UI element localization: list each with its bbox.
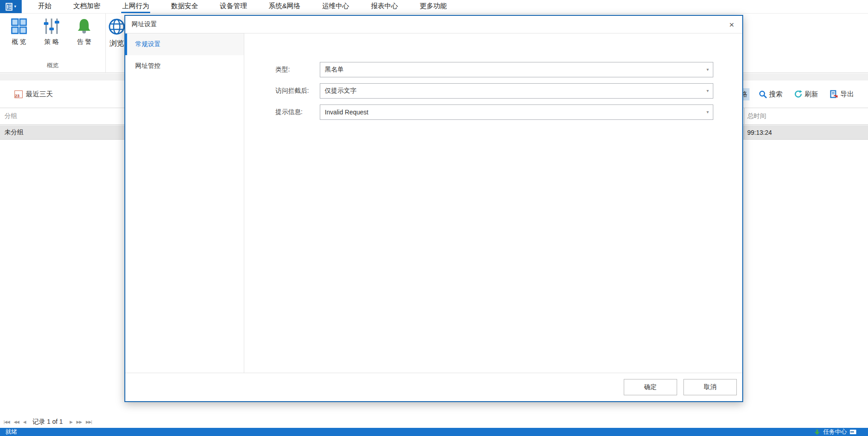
calendar-icon-number: 23 <box>15 94 19 98</box>
cell-group: 未分组 <box>5 125 24 139</box>
list-icon <box>5 3 13 11</box>
search-icon <box>759 90 767 98</box>
export-icon <box>830 90 838 98</box>
menu-item-ops-center[interactable]: 运维中心 <box>321 0 350 13</box>
prompt-message-select-value: Invalid Request <box>325 109 369 116</box>
after-block-select[interactable]: 仅提示文字 ▾ <box>320 83 713 99</box>
pager-prev-icon[interactable]: ◀ <box>23 420 26 424</box>
menu-item-internet-behavior[interactable]: 上网行为 <box>121 0 150 13</box>
after-block-label: 访问拦截后: <box>275 87 320 95</box>
ok-button[interactable]: 确定 <box>624 379 677 395</box>
grid-icon <box>11 18 27 34</box>
caret-down-icon: ▾ <box>14 5 16 9</box>
dialog-title: 网址设置 <box>132 20 157 28</box>
pager-next-page-icon[interactable]: ▶▶ <box>76 420 82 424</box>
dialog-sidebar: 常规设置 网址管控 <box>125 33 244 373</box>
dialog-title-bar: 网址设置 × <box>125 16 742 33</box>
policy-ribbon-button[interactable]: 策 略 <box>35 18 68 46</box>
menu-items: 开始 文档加密 上网行为 数据安全 设备管理 系统&网络 运维中心 报表中心 更… <box>37 0 448 13</box>
ribbon-group-overview: 概 览 策 略 <box>0 14 106 72</box>
policy-ribbon-label: 策 略 <box>44 38 59 46</box>
menu-item-doc-encryption[interactable]: 文档加密 <box>72 0 101 13</box>
url-settings-dialog: 网址设置 × 常规设置 网址管控 类型: 黑名单 ▾ 访问拦截后: 仅提示文字 … <box>124 15 743 402</box>
download-arrow-icon <box>814 429 820 435</box>
refresh-label: 刷新 <box>805 90 818 99</box>
status-text: 就绪 <box>5 428 17 436</box>
prompt-message-select[interactable]: Invalid Request ▾ <box>320 104 713 120</box>
ribbon-group-label: 概览 <box>0 62 105 70</box>
menu-item-data-security[interactable]: 数据安全 <box>170 0 199 13</box>
search-button[interactable]: 搜索 <box>757 88 785 100</box>
overview-button[interactable]: 概 览 <box>3 18 35 46</box>
pager-prev-page-icon[interactable]: ◀◀ <box>14 420 19 424</box>
menu-item-device-management[interactable]: 设备管理 <box>219 0 248 13</box>
alert-button[interactable]: 告 警 <box>68 18 100 46</box>
pager-next-icon[interactable]: ▶ <box>70 420 72 424</box>
type-select-value: 黑名单 <box>325 66 344 74</box>
overview-label: 概 览 <box>12 38 26 46</box>
chevron-down-icon: ▾ <box>707 88 709 93</box>
ribbon-buttons-row: 概 览 策 略 <box>0 14 105 46</box>
export-label: 导出 <box>840 90 854 99</box>
menu-item-system-network[interactable]: 系统&网络 <box>268 0 301 13</box>
form-row-after-block: 访问拦截后: 仅提示文字 ▾ <box>275 83 713 99</box>
column-header-group[interactable]: 分组 <box>5 108 17 124</box>
calendar-icon: 23 <box>14 90 23 98</box>
menu-item-report-center[interactable]: 报表中心 <box>370 0 399 13</box>
form-row-type: 类型: 黑名单 ▾ <box>275 62 713 77</box>
type-label: 类型: <box>275 66 320 74</box>
dialog-footer: 确定 取消 <box>125 373 742 401</box>
alert-label: 告 警 <box>77 38 91 46</box>
dialog-body: 常规设置 网址管控 类型: 黑名单 ▾ 访问拦截后: 仅提示文字 ▾ 提示信息: <box>125 33 742 373</box>
pager-last-icon[interactable]: ▶▶| <box>86 420 92 424</box>
sidebar-item-general-settings[interactable]: 常规设置 <box>125 33 244 55</box>
sliders-icon <box>43 18 60 34</box>
pager-record-label: 记录 1 of 1 <box>33 418 63 426</box>
column-header-total-time[interactable]: 总时间 <box>744 108 868 124</box>
chevron-down-icon: ▾ <box>707 109 709 114</box>
globe-icon <box>108 18 125 35</box>
date-filter-button[interactable]: 23 最近三天 <box>14 90 53 99</box>
refresh-button[interactable]: 刷新 <box>792 88 821 100</box>
app-menu-button[interactable]: ▾ <box>0 0 22 13</box>
after-block-select-value: 仅提示文字 <box>325 87 356 95</box>
browse-label: 浏览 <box>109 39 124 48</box>
status-bar: 就绪 任务中心 <box>0 428 868 436</box>
chevron-down-icon: ▾ <box>707 67 709 72</box>
dialog-content: 类型: 黑名单 ▾ 访问拦截后: 仅提示文字 ▾ 提示信息: Invalid R… <box>244 33 742 373</box>
record-pager: |◀◀ ◀◀ ◀ 记录 1 of 1 ▶ ▶▶ ▶▶| <box>0 416 868 428</box>
prompt-message-label: 提示信息: <box>275 108 320 116</box>
menubar: ▾ 开始 文档加密 上网行为 数据安全 设备管理 系统&网络 运维中心 报表中心… <box>0 0 868 14</box>
refresh-icon <box>794 90 802 98</box>
cancel-button[interactable]: 取消 <box>683 379 737 395</box>
bell-icon <box>76 18 93 34</box>
date-filter-label: 最近三天 <box>26 90 53 99</box>
task-center-button[interactable]: 任务中心 <box>814 428 856 436</box>
menu-item-start[interactable]: 开始 <box>37 0 52 13</box>
close-icon[interactable]: × <box>729 20 734 29</box>
task-window-icon[interactable] <box>850 430 856 434</box>
search-label: 搜索 <box>769 90 783 99</box>
form-row-prompt-message: 提示信息: Invalid Request ▾ <box>275 104 713 120</box>
pager-first-icon[interactable]: |◀◀ <box>4 420 9 424</box>
sidebar-item-url-control[interactable]: 网址管控 <box>125 55 244 77</box>
cell-total-time: 99:13:24 <box>744 125 868 139</box>
menu-item-more-features[interactable]: 更多功能 <box>419 0 448 13</box>
type-select[interactable]: 黑名单 ▾ <box>320 62 713 77</box>
export-button[interactable]: 导出 <box>828 88 856 100</box>
task-center-label: 任务中心 <box>823 428 847 436</box>
